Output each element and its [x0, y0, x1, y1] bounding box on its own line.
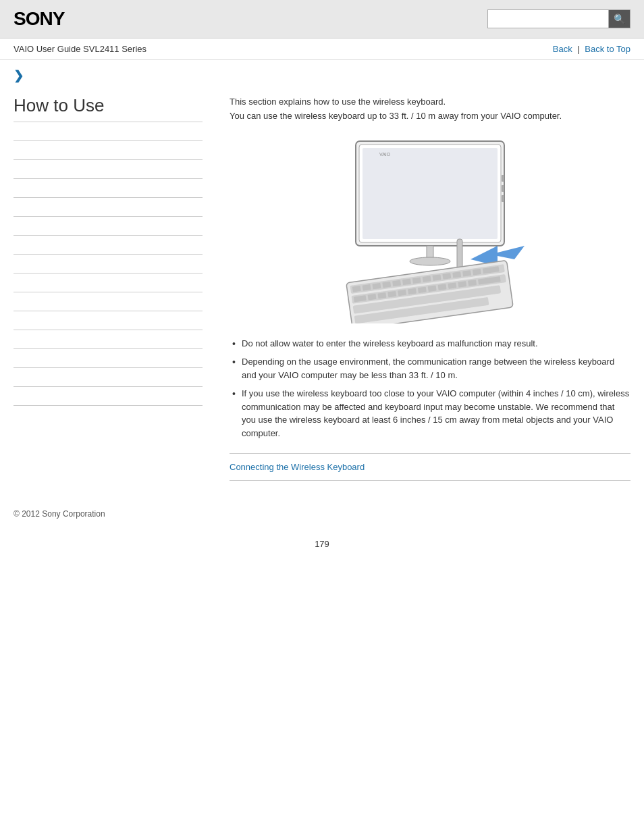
notes-list: Do not allow water to enter the wireless…	[230, 337, 630, 440]
list-item: If you use the wireless keyboard too clo…	[230, 387, 630, 440]
header-search-area: 🔍	[487, 9, 630, 28]
list-item	[14, 273, 203, 292]
search-icon: 🔍	[614, 14, 625, 24]
svg-rect-23	[423, 276, 431, 282]
svg-rect-41	[468, 280, 477, 286]
svg-rect-25	[442, 273, 451, 280]
bottom-divider	[230, 480, 630, 481]
svg-rect-5	[502, 185, 504, 192]
list-item	[14, 122, 203, 141]
svg-rect-20	[392, 280, 401, 286]
list-item	[14, 330, 203, 349]
content-area: This section explains how to use the wir…	[216, 88, 630, 489]
svg-rect-19	[382, 281, 391, 288]
svg-rect-6	[502, 195, 504, 202]
sony-logo: SONY	[14, 8, 64, 30]
svg-point-8	[410, 257, 450, 265]
svg-rect-22	[412, 277, 421, 284]
list-item	[14, 198, 203, 217]
vaio-computer-illustration: VAIO	[315, 134, 545, 323]
svg-rect-17	[363, 284, 371, 291]
list-item	[14, 349, 203, 368]
search-input[interactable]	[487, 9, 609, 28]
intro-line2: You can use the wireless keyboard up to …	[230, 109, 630, 124]
main-layout: How to Use This section explains how to …	[0, 88, 644, 489]
list-item	[14, 217, 203, 236]
svg-rect-40	[458, 281, 466, 288]
svg-rect-33	[387, 290, 396, 297]
svg-rect-21	[402, 278, 411, 285]
svg-rect-31	[368, 294, 377, 301]
nav-separator: |	[577, 44, 582, 54]
svg-rect-34	[398, 289, 406, 296]
content-intro: This section explains how to use the wir…	[230, 95, 630, 124]
guide-title: VAIO User Guide SVL2411 Series	[14, 44, 146, 54]
illustration-container: VAIO	[230, 134, 630, 323]
list-item	[14, 179, 203, 198]
nav-bar: VAIO User Guide SVL2411 Series Back | Ba…	[0, 38, 644, 60]
svg-rect-18	[372, 282, 381, 289]
list-item	[14, 368, 203, 387]
list-item	[14, 387, 203, 406]
svg-rect-38	[438, 284, 447, 290]
list-item	[14, 255, 203, 273]
svg-rect-26	[452, 271, 461, 278]
svg-text:VAIO: VAIO	[379, 152, 391, 157]
svg-rect-24	[433, 274, 441, 281]
list-item: Do not allow water to enter the wireless…	[230, 337, 630, 350]
search-button[interactable]: 🔍	[609, 9, 630, 28]
svg-rect-37	[428, 285, 437, 292]
sidebar-title: How to Use	[14, 95, 203, 122]
copyright-text: © 2012 Sony Corporation	[14, 509, 105, 519]
svg-rect-16	[352, 286, 361, 292]
back-to-top-link[interactable]: Back to Top	[585, 44, 630, 54]
svg-rect-28	[473, 269, 481, 276]
svg-rect-32	[377, 292, 386, 298]
back-link[interactable]: Back	[553, 44, 572, 54]
list-item	[14, 160, 203, 179]
nav-links: Back | Back to Top	[553, 44, 630, 54]
sidebar: How to Use	[14, 88, 216, 489]
bottom-link-section: Connecting the Wireless Keyboard	[230, 453, 630, 489]
list-item	[14, 292, 203, 311]
page-number: 179	[0, 525, 644, 563]
sidebar-nav	[14, 122, 203, 406]
svg-rect-36	[418, 286, 427, 293]
breadcrumb-section: ❯	[0, 60, 644, 88]
list-item	[14, 141, 203, 160]
header: SONY 🔍	[0, 0, 644, 38]
breadcrumb-arrow: ❯	[14, 69, 24, 82]
connecting-keyboard-link[interactable]: Connecting the Wireless Keyboard	[230, 462, 365, 472]
svg-rect-27	[462, 270, 471, 277]
list-item	[14, 311, 203, 330]
svg-rect-35	[408, 288, 417, 294]
svg-rect-2	[363, 148, 498, 239]
list-item	[14, 236, 203, 255]
svg-rect-4	[502, 175, 504, 182]
svg-rect-39	[448, 282, 456, 289]
footer: © 2012 Sony Corporation	[0, 489, 644, 525]
intro-line1: This section explains how to use the wir…	[230, 95, 630, 109]
list-item: Depending on the usage environment, the …	[230, 355, 630, 382]
